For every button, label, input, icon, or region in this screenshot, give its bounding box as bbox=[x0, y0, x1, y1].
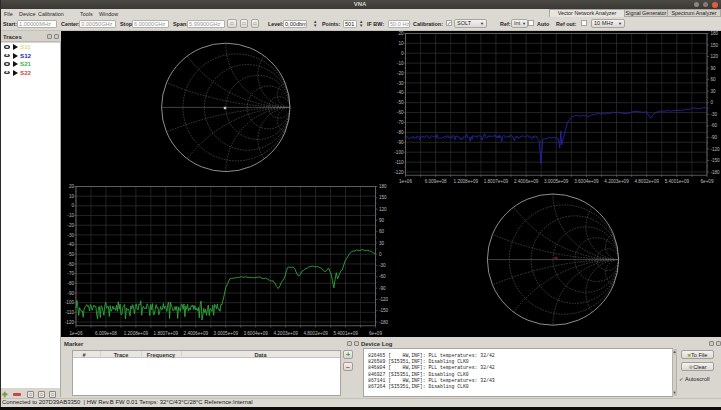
svg-text:10: 10 bbox=[69, 194, 75, 199]
svg-text:-180: -180 bbox=[379, 320, 389, 325]
svg-text:180: 180 bbox=[379, 184, 387, 189]
svg-text:4.8002e+09: 4.8002e+09 bbox=[634, 179, 659, 184]
svg-text:6e+09: 6e+09 bbox=[701, 179, 714, 184]
svg-text:4.2003e+09: 4.2003e+09 bbox=[604, 179, 629, 184]
svg-text:-80: -80 bbox=[397, 130, 404, 135]
svg-text:30: 30 bbox=[379, 241, 385, 246]
svg-text:-100: -100 bbox=[65, 300, 75, 305]
svg-text:-90: -90 bbox=[67, 291, 74, 296]
svg-text:-30: -30 bbox=[67, 233, 74, 238]
svg-text:60: 60 bbox=[710, 77, 716, 82]
svg-text:4.2003e+09: 4.2003e+09 bbox=[273, 331, 298, 336]
svg-text:-150: -150 bbox=[379, 308, 389, 313]
svg-text:-40: -40 bbox=[397, 90, 404, 95]
svg-text:1.8007e+09: 1.8007e+09 bbox=[484, 179, 509, 184]
svg-text:5.4001e+09: 5.4001e+09 bbox=[333, 331, 358, 336]
svg-text:-30: -30 bbox=[710, 112, 717, 117]
svg-text:90: 90 bbox=[710, 66, 716, 71]
svg-text:1e+06: 1e+06 bbox=[70, 331, 83, 336]
svg-text:-10: -10 bbox=[397, 61, 404, 66]
svg-text:-120: -120 bbox=[379, 297, 389, 302]
svg-text:6e+09: 6e+09 bbox=[369, 331, 382, 336]
svg-text:-120: -120 bbox=[710, 147, 720, 152]
svg-text:-70: -70 bbox=[397, 120, 404, 125]
svg-text:-20: -20 bbox=[67, 223, 74, 228]
svg-text:3.0005e+09: 3.0005e+09 bbox=[214, 331, 239, 336]
svg-text:20: 20 bbox=[69, 184, 75, 189]
svg-text:-40: -40 bbox=[67, 242, 74, 247]
svg-text:6.009e+08: 6.009e+08 bbox=[95, 331, 117, 336]
svg-text:120: 120 bbox=[710, 54, 718, 59]
svg-text:-150: -150 bbox=[710, 158, 720, 163]
svg-text:-60: -60 bbox=[710, 123, 717, 128]
svg-text:1e+06: 1e+06 bbox=[399, 179, 412, 184]
svg-text:20: 20 bbox=[398, 31, 404, 36]
svg-text:-90: -90 bbox=[710, 135, 717, 140]
svg-text:60: 60 bbox=[379, 229, 385, 234]
svg-text:0: 0 bbox=[379, 252, 382, 257]
svg-text:-30: -30 bbox=[397, 81, 404, 86]
svg-text:2.4006e+09: 2.4006e+09 bbox=[514, 179, 539, 184]
svg-text:-30: -30 bbox=[379, 263, 386, 268]
svg-text:150: 150 bbox=[379, 195, 387, 200]
svg-text:5.4001e+09: 5.4001e+09 bbox=[665, 179, 690, 184]
svg-text:0: 0 bbox=[710, 100, 713, 105]
svg-text:3.6004e+09: 3.6004e+09 bbox=[243, 331, 268, 336]
svg-text:-20: -20 bbox=[397, 71, 404, 76]
svg-text:1.2008e+09: 1.2008e+09 bbox=[454, 179, 479, 184]
svg-text:4.8002e+09: 4.8002e+09 bbox=[303, 331, 328, 336]
svg-text:6.009e+08: 6.009e+08 bbox=[425, 179, 447, 184]
svg-text:10: 10 bbox=[398, 41, 404, 46]
svg-text:180: 180 bbox=[710, 31, 718, 36]
svg-text:2.4006e+09: 2.4006e+09 bbox=[184, 331, 209, 336]
svg-text:-10: -10 bbox=[67, 213, 74, 218]
svg-text:-120: -120 bbox=[394, 170, 404, 175]
svg-text:-80: -80 bbox=[67, 281, 74, 286]
svg-text:0: 0 bbox=[401, 51, 404, 56]
svg-text:0: 0 bbox=[71, 203, 74, 208]
svg-text:3.0005e+09: 3.0005e+09 bbox=[544, 179, 569, 184]
svg-text:-100: -100 bbox=[394, 150, 404, 155]
svg-text:-60: -60 bbox=[67, 262, 74, 267]
svg-text:3.6004e+09: 3.6004e+09 bbox=[574, 179, 599, 184]
svg-text:-120: -120 bbox=[65, 320, 75, 325]
svg-text:-90: -90 bbox=[397, 140, 404, 145]
svg-text:-110: -110 bbox=[65, 310, 74, 315]
svg-text:-60: -60 bbox=[397, 110, 404, 115]
svg-text:-180: -180 bbox=[710, 170, 720, 175]
svg-text:-90: -90 bbox=[379, 286, 386, 291]
svg-text:-60: -60 bbox=[379, 274, 386, 279]
svg-text:-50: -50 bbox=[397, 100, 404, 105]
svg-text:30: 30 bbox=[710, 89, 716, 94]
svg-text:120: 120 bbox=[379, 207, 387, 212]
svg-text:1.8007e+09: 1.8007e+09 bbox=[154, 331, 179, 336]
svg-text:150: 150 bbox=[710, 43, 718, 48]
svg-text:90: 90 bbox=[379, 218, 385, 223]
svg-text:-50: -50 bbox=[67, 252, 74, 257]
svg-text:-70: -70 bbox=[67, 271, 74, 276]
svg-text:1.2008e+09: 1.2008e+09 bbox=[124, 331, 149, 336]
svg-text:-110: -110 bbox=[395, 160, 404, 165]
